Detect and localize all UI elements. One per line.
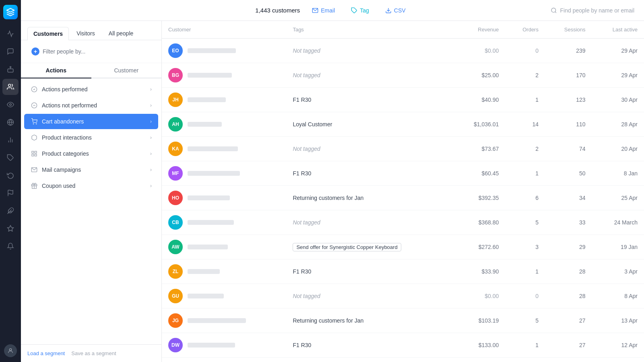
table-row[interactable]: GU Not tagged$0.000288 Apr xyxy=(162,284,644,309)
top-bar-center: 1,443 customers Email Tag CSV xyxy=(255,5,409,16)
table-row[interactable]: KA Not tagged$73.6727420 Apr xyxy=(162,137,644,161)
customer-cell: EO xyxy=(162,39,286,63)
avatar: AH xyxy=(168,117,183,132)
filter-type-tabs: Actions Customer xyxy=(21,63,161,78)
tag-value: F1 R30 xyxy=(293,342,311,348)
filter-item-actions-performed[interactable]: Actions performed › xyxy=(24,82,158,97)
nav-item-bar-chart[interactable] xyxy=(2,132,19,148)
coupon-used-label: Coupon used xyxy=(42,183,75,189)
last-active-cell: 30 Apr xyxy=(592,88,644,112)
last-active-cell: 3 Apr xyxy=(592,259,644,284)
tag-value: Returning customers for Jan xyxy=(293,317,363,324)
tag-value: Not tagged xyxy=(293,47,320,54)
filter-people-section: + Filter people by... xyxy=(21,40,161,63)
sessions-cell: 33 xyxy=(545,210,592,235)
app-logo[interactable] xyxy=(3,5,18,19)
email-button[interactable]: Email xyxy=(308,5,339,16)
tag-cell: Loyal Customer xyxy=(286,112,453,137)
nav-item-people[interactable] xyxy=(2,79,19,95)
avatar: JG xyxy=(168,313,183,328)
avatar: EO xyxy=(168,43,183,58)
last-active-cell: 29 Apr xyxy=(592,39,644,63)
filter-tab-customer[interactable]: Customer xyxy=(91,63,162,78)
filter-item-product-categories[interactable]: Product categories › xyxy=(24,146,158,161)
chevron-right-icon: › xyxy=(150,183,152,189)
tab-all-people[interactable]: All people xyxy=(103,27,140,40)
table-row[interactable]: ZL F1 R30$33.901283 Apr xyxy=(162,259,644,284)
tag-button[interactable]: Tag xyxy=(347,5,373,16)
customers-table-area: Customer Tags Revenue Orders Sessions La… xyxy=(162,21,644,362)
filter-tab-actions[interactable]: Actions xyxy=(21,63,91,78)
svg-point-18 xyxy=(551,8,556,12)
nav-item-analytics[interactable] xyxy=(2,26,19,42)
filter-item-actions-not-performed[interactable]: Actions not performed › xyxy=(24,98,158,113)
customer-name xyxy=(188,245,228,249)
avatar: AW xyxy=(168,240,183,254)
nav-item-tag[interactable] xyxy=(2,150,19,166)
load-segment-link[interactable]: Load a segment xyxy=(27,350,65,356)
filter-item-mail-campaigns[interactable]: Mail campaigns › xyxy=(24,162,158,177)
customer-name xyxy=(188,73,232,78)
tag-value: Loyal Customer xyxy=(293,121,332,128)
table-row[interactable]: AH Loyal Customer$1,036.011411028 Apr xyxy=(162,112,644,137)
filter-people-button[interactable]: + Filter people by... xyxy=(27,45,155,58)
revenue-cell: $25.00 xyxy=(453,63,506,88)
filter-item-cart-abandoners[interactable]: Cart abandoners › xyxy=(24,114,158,129)
nav-item-messages[interactable] xyxy=(2,43,19,60)
sidebar-panel: Customers Visitors All people + Filter p… xyxy=(21,21,162,362)
last-active-cell: 29 Apr xyxy=(592,63,644,88)
tag-cell: Not tagged xyxy=(286,63,453,88)
tab-visitors[interactable]: Visitors xyxy=(70,27,101,40)
csv-label: CSV xyxy=(394,7,406,14)
csv-button[interactable]: CSV xyxy=(381,5,410,16)
revenue-cell: $0.00 xyxy=(453,284,506,309)
sessions-cell: 74 xyxy=(545,137,592,161)
table-row[interactable]: BG Not tagged$25.00217029 Apr xyxy=(162,63,644,88)
search-bar[interactable]: Find people by name or email xyxy=(551,7,634,14)
svg-point-24 xyxy=(36,123,37,124)
chevron-right-icon: › xyxy=(150,167,152,173)
filter-item-product-interactions[interactable]: Product interactions › xyxy=(24,130,158,145)
customer-name xyxy=(188,343,235,348)
orders-cell: 5 xyxy=(505,210,545,235)
tag-value: Returning customers for Jan xyxy=(293,195,363,201)
nav-item-globe[interactable] xyxy=(2,114,19,130)
table-row[interactable]: AW Send offer for Synergistic Copper Key… xyxy=(162,235,644,259)
tag-cell: Not tagged xyxy=(286,284,453,309)
table-row[interactable]: AT Not tagged$56.212264 March xyxy=(162,358,644,362)
nav-item-star[interactable] xyxy=(2,220,19,237)
table-row[interactable]: HO Returning customers for Jan$392.35634… xyxy=(162,186,644,210)
table-row[interactable]: EO Not tagged$0.00023929 Apr xyxy=(162,39,644,63)
table-row[interactable]: CB Not tagged$368.8053324 March xyxy=(162,210,644,235)
customer-name xyxy=(188,48,236,53)
nav-item-bots[interactable] xyxy=(2,61,19,77)
col-last-active: Last active xyxy=(592,21,644,39)
tab-customers[interactable]: Customers xyxy=(27,27,69,40)
svg-point-23 xyxy=(33,123,33,124)
customer-name xyxy=(188,294,224,298)
table-row[interactable]: JH F1 R30$40.90112330 Apr xyxy=(162,88,644,112)
customer-cell: HO xyxy=(162,186,286,210)
last-active-cell: 20 Apr xyxy=(592,137,644,161)
table-row[interactable]: MF F1 R30$60.451508 Jan xyxy=(162,161,644,186)
filter-item-coupon-used[interactable]: Coupon used › xyxy=(24,178,158,193)
nav-item-puzzle[interactable] xyxy=(2,203,19,219)
col-orders: Orders xyxy=(505,21,545,39)
customer-cell: GU xyxy=(162,284,286,309)
tag-cell: Not tagged xyxy=(286,137,453,161)
svg-rect-27 xyxy=(35,154,37,156)
customer-name xyxy=(188,97,226,102)
revenue-cell: $40.90 xyxy=(453,88,506,112)
search-placeholder: Find people by name or email xyxy=(560,7,634,14)
table-row[interactable]: JG Returning customers for Jan$103.19527… xyxy=(162,309,644,333)
nav-item-eye[interactable] xyxy=(2,97,19,113)
table-row[interactable]: DW F1 R30$133.0012712 Apr xyxy=(162,333,644,358)
user-avatar[interactable] xyxy=(4,344,17,357)
nav-item-history[interactable] xyxy=(2,167,19,183)
nav-item-bell[interactable] xyxy=(2,238,19,254)
orders-cell: 1 xyxy=(505,161,545,186)
last-active-cell: 24 March xyxy=(592,210,644,235)
tag-cell: Send offer for Synergistic Copper Keyboa… xyxy=(286,235,453,259)
nav-item-flag[interactable] xyxy=(2,185,19,201)
revenue-cell: $33.90 xyxy=(453,259,506,284)
